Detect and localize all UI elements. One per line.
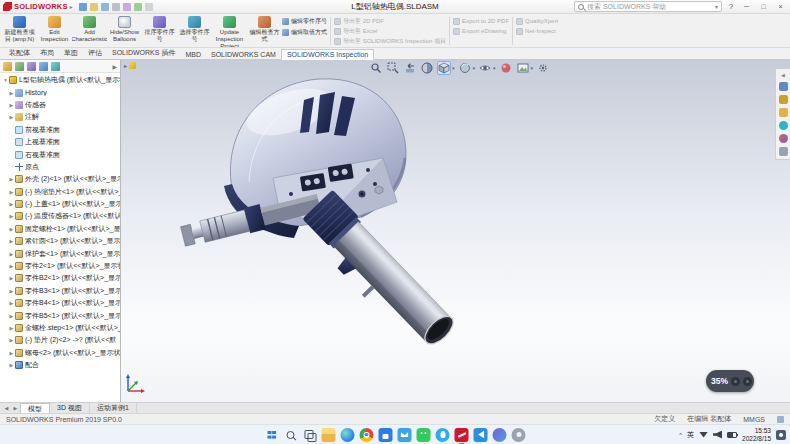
expand-arrow-icon[interactable]: ▶ [8, 325, 15, 331]
tree-item-part[interactable]: ▶ 保护套<1> (默认<<默认>_显示状 [0, 247, 120, 259]
tree-item-part[interactable]: ▶ 零件2<1> (默认<<默认>_显示状态 [0, 260, 120, 272]
expand-arrow-icon[interactable]: ▶ [8, 350, 15, 356]
print-icon[interactable] [112, 3, 120, 11]
propertymanager-tab-icon[interactable] [15, 62, 24, 71]
tree-root[interactable]: ▼ L型铝轴热电偶 (默认<默认_显示状态-1 [0, 74, 120, 86]
net-inspect-button[interactable]: Net-Inspect [516, 27, 558, 35]
task-pane-collapse-icon[interactable]: ◀ [781, 72, 785, 78]
tree-item-part[interactable]: ▶ 零件B5<1> (默认<<默认>_显示状 [0, 309, 120, 321]
vscode-icon[interactable] [474, 428, 488, 442]
tab-addins[interactable]: SOLIDWORKS 插件 [107, 47, 180, 59]
media-player-icon[interactable] [493, 428, 507, 442]
start-button[interactable] [265, 428, 279, 442]
ime-language-indicator[interactable]: 英 [687, 430, 694, 440]
export-to-2d-pdf-button[interactable]: Export to 2D PDF [453, 17, 509, 25]
export-edrawing-button[interactable]: Export eDrawing [453, 27, 509, 35]
device-battery-overlay[interactable]: 35% [706, 370, 754, 392]
expand-arrow-icon[interactable]: ▶ [8, 226, 15, 232]
featuremanager-tab-icon[interactable] [3, 62, 12, 71]
wifi-icon[interactable] [699, 432, 708, 438]
new-document-icon[interactable] [79, 3, 87, 11]
expand-arrow-icon[interactable]: ▶ [8, 189, 15, 195]
tree-item-part[interactable]: ▶ 金螺栓.step<1> (默认<<默认>_ [0, 322, 120, 334]
dimxpertmanager-tab-icon[interactable] [39, 62, 48, 71]
edit-balloon-number-button[interactable]: 编辑零件序号 [282, 17, 327, 26]
tree-item-front-plane[interactable]: 前视基准面 [0, 124, 120, 136]
status-context-icon[interactable] [777, 416, 784, 423]
tab-model[interactable]: 模型 [20, 403, 50, 413]
hidden-icons-chevron[interactable]: ^ [679, 432, 682, 438]
tab-scroll-right-icon[interactable]: ▶ [11, 403, 20, 413]
search-dropdown-icon[interactable]: ▾ [715, 3, 718, 10]
expand-arrow-icon[interactable]: ▶ [8, 102, 15, 108]
undo-icon[interactable] [123, 3, 131, 11]
help-button[interactable]: ? [726, 2, 736, 11]
tab-assembly[interactable]: 装配体 [4, 47, 35, 59]
tree-item-part[interactable]: ▶ 紧针圆<1> (默认<<默认>_显示状 [0, 235, 120, 247]
expand-arrow-icon[interactable]: ▶ [8, 313, 15, 319]
wechat-icon[interactable] [417, 428, 431, 442]
status-units[interactable]: MMGS [743, 416, 765, 423]
overlay-button-icon[interactable] [743, 377, 752, 386]
open-icon[interactable] [90, 3, 98, 11]
edge-icon[interactable] [341, 428, 355, 442]
update-inspection-project-button[interactable]: Update Inspection Project [212, 15, 247, 47]
maximize-button[interactable]: □ [757, 3, 770, 10]
task-view-icon[interactable] [303, 428, 317, 442]
close-button[interactable]: × [774, 3, 787, 10]
tree-item-part[interactable]: ▶ 零件B4<1> (默认<<默认>_显示状 [0, 297, 120, 309]
displaymanager-tab-icon[interactable] [51, 62, 60, 71]
search-box[interactable]: 搜索 SOLIDWORKS 帮助 ▾ [574, 1, 722, 12]
expand-arrow-icon[interactable]: ▶ [8, 238, 15, 244]
file-explorer-icon[interactable] [322, 428, 336, 442]
tab-motion-study[interactable]: 运动算例1 [90, 403, 137, 413]
custom-properties-icon[interactable] [779, 147, 788, 156]
tree-item-part[interactable]: ▶ 外壳 (2)<1> (默认<<默认>_显示状 [0, 173, 120, 185]
export-2d-pdf-button[interactable]: 导出至 2D PDF [334, 17, 446, 25]
battery-icon[interactable] [727, 432, 737, 438]
edit-inspection-button[interactable]: Edit Inspection [37, 15, 72, 47]
hide-show-balloons-button[interactable]: Hide/Show Balloons [107, 15, 142, 47]
settings-icon[interactable] [512, 428, 526, 442]
tab-evaluate[interactable]: 评估 [83, 47, 107, 59]
menu-expand-icon[interactable]: ▸ [70, 3, 73, 10]
tree-item-part[interactable]: ▶ 螺母<2> (默认<<默认>_显示状态 [0, 347, 120, 359]
overlay-button-icon[interactable] [731, 377, 740, 386]
qq-icon[interactable] [436, 428, 450, 442]
save-icon[interactable] [101, 3, 109, 11]
expand-arrow-icon[interactable]: ▶ [8, 213, 15, 219]
tree-item-history[interactable]: ▶ History [0, 86, 120, 98]
view-palette-icon[interactable] [779, 121, 788, 130]
add-characteristic-button[interactable]: Add Characteristic [72, 15, 107, 47]
expand-arrow-icon[interactable]: ▶ [8, 288, 15, 294]
taskbar-search-icon[interactable] [284, 428, 298, 442]
solidworks-taskbar-icon[interactable] [455, 428, 469, 442]
expand-arrow-icon[interactable]: ▶ [8, 176, 15, 182]
volume-icon[interactable] [713, 431, 722, 439]
expand-arrow-icon[interactable]: ▶ [8, 337, 15, 343]
tree-item-top-plane[interactable]: 上视基准面 [0, 136, 120, 148]
export-excel-button[interactable]: 导出至 Excel [334, 27, 446, 35]
cad-model-3d-view[interactable] [121, 60, 790, 402]
tree-item-part[interactable]: ▶ 零件B2<1> (默认<<默认>_显示状 [0, 272, 120, 284]
design-library-icon[interactable] [779, 95, 788, 104]
select-balloons-button[interactable]: 选择零件序号 [177, 15, 212, 47]
appearances-scenes-icon[interactable] [779, 134, 788, 143]
store-icon[interactable] [379, 428, 393, 442]
file-explorer-pane-icon[interactable] [779, 108, 788, 117]
options-gear-icon[interactable] [145, 3, 153, 11]
expand-arrow-icon[interactable]: ▶ [8, 275, 15, 281]
tree-item-part[interactable]: ▶ 固定螺栓<1> (默认<<默认>_显示 [0, 223, 120, 235]
tab-sketch[interactable]: 草图 [59, 47, 83, 59]
configurationmanager-tab-icon[interactable] [27, 62, 36, 71]
expand-arrow-icon[interactable]: ▶ [8, 201, 15, 207]
solidworks-resources-icon[interactable] [779, 82, 788, 91]
tree-item-part[interactable]: ▶ (-) 上盖<1> (默认<<默认>_显示状 [0, 198, 120, 210]
graphics-viewport[interactable]: ▸ ▾ [121, 60, 790, 402]
edit-value-method-button[interactable]: 编辑取值方式 [282, 28, 327, 37]
expand-arrow-icon[interactable]: ▶ [8, 362, 15, 368]
tree-item-annotations[interactable]: ▶ 注解 [0, 111, 120, 123]
minimize-button[interactable]: ─ [740, 3, 753, 10]
tree-item-part[interactable]: ▶ (-) 热缩垫片<1> (默认<<默认>_显 [0, 186, 120, 198]
tab-layout[interactable]: 布局 [35, 47, 59, 59]
